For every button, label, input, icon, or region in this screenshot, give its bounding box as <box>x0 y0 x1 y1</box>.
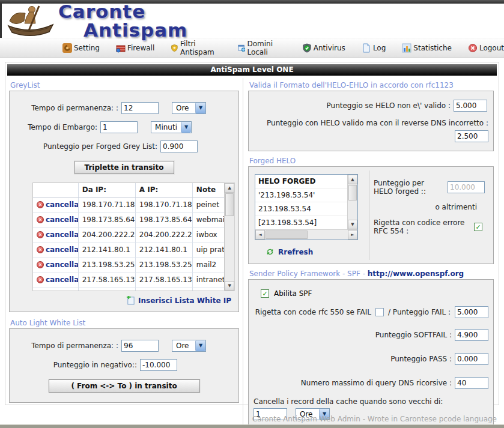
dns-query-input[interactable] <box>455 377 488 389</box>
helo-forged-listbox[interactable]: HELO FORGED '213.198.53.54' 213.198.53.5… <box>255 174 358 240</box>
forged-helo-fieldset: HELO FORGED '213.198.53.54' 213.198.53.5… <box>248 166 494 264</box>
auto-white-fieldset: Tempo di permanenza: : Ore Punteggio in … <box>9 328 239 403</box>
document-icon <box>362 43 371 53</box>
helo-forged-score-input[interactable] <box>448 181 485 193</box>
helo-invalid-input[interactable] <box>454 100 487 112</box>
forged-greylist-input[interactable] <box>160 140 198 152</box>
nav-label: Setting <box>74 44 100 52</box>
auto-white-title: Auto Light White List <box>9 317 239 328</box>
bottom-chrome-bar <box>0 424 504 428</box>
helo-format-title: Valida il Formato dell'HELO-EHLO in acco… <box>248 79 494 91</box>
embargo-unit-select[interactable]: Minuti <box>151 121 192 133</box>
cancella-link[interactable]: cancella <box>37 276 74 284</box>
permanenza-input[interactable] <box>121 102 159 114</box>
setting-icon <box>62 43 72 53</box>
app-title: Caronte Antispam <box>58 2 187 40</box>
note-cell: intranet <box>193 273 225 288</box>
scroll-up-icon[interactable]: ▲ <box>225 183 234 193</box>
a-ip-cell: 198.170.71.184 <box>136 198 193 212</box>
main-content: AntiSpam Level ONE GreyList Tempo di per… <box>5 62 499 405</box>
table-row: cancella 198.173.85.64 198.173.85.64 web… <box>33 213 224 228</box>
cancella-link[interactable]: cancella <box>37 216 74 224</box>
app-title-line1: Caronte <box>58 2 187 21</box>
nav-item-domini-locali[interactable]: Domini Locali <box>238 40 286 56</box>
nav-item-antivirus[interactable]: Antivirus <box>302 43 345 53</box>
helo-invalid-label: Punteggio se HELO non e\' valido : <box>327 101 451 110</box>
note-cell: uip prates <box>193 243 225 258</box>
table-header-row: Da IP: A IP: Note <box>33 183 224 198</box>
scrollbar-thumb[interactable] <box>348 185 357 200</box>
list-item[interactable]: '213.198.53.54' <box>255 188 347 202</box>
logout-icon <box>468 43 478 53</box>
negativo-input[interactable] <box>140 359 177 371</box>
listbox-vertical-scrollbar[interactable]: ▲ ▼ <box>347 175 357 229</box>
greylist-fieldset: Tempo di permanenza: : Ore Tempo di Emba… <box>9 91 239 312</box>
triplette-button[interactable]: Triplette in transito <box>74 161 174 174</box>
selected-option: Ore <box>172 340 195 351</box>
greylist-table: Da IP: A IP: Note cancella 198.170.71.18… <box>32 182 235 291</box>
delete-icon <box>37 246 44 253</box>
scroll-down-icon[interactable]: ▼ <box>225 281 234 291</box>
refresh-link[interactable]: Rrefresh <box>278 248 313 256</box>
cancella-link[interactable]: cancella <box>37 200 74 209</box>
dns-query-label: Numero massimo di query DNS ricorsive : <box>301 379 452 387</box>
caronte-antispam-page: Caronte Antispam Setting Firewall Filtri… <box>0 0 504 428</box>
da-ip-cell: 198.173.85.64 <box>79 213 136 228</box>
table-row: cancella 213.198.53.250 213.198.53.250 m… <box>33 258 224 273</box>
aw-permanenza-input[interactable] <box>121 340 159 352</box>
cancella-link[interactable]: cancella <box>37 261 74 269</box>
app-title-line2: Antispam <box>83 21 187 40</box>
insert-white-ip-link[interactable]: Inserisci Lista White IP <box>126 296 231 305</box>
list-item[interactable]: 213.198.53.54 <box>255 202 347 216</box>
scrollbar-thumb[interactable] <box>266 231 308 239</box>
or-label: o altrimenti <box>435 203 477 211</box>
nav-item-setting[interactable]: Setting <box>62 43 100 53</box>
nav-item-log[interactable]: Log <box>362 43 386 53</box>
embargo-label: Tempo di Embargo: <box>28 123 97 131</box>
delete-icon <box>37 231 44 238</box>
da-ip-cell: 217.58.165.134 <box>79 273 136 288</box>
selected-option: Minuti <box>151 122 181 133</box>
nav-item-logout[interactable]: Logout <box>468 43 504 53</box>
table-vertical-scrollbar[interactable]: ▲ ▼ <box>225 182 235 291</box>
delete-icon <box>37 276 44 283</box>
chevron-down-icon <box>195 103 205 113</box>
delete-icon <box>37 201 44 208</box>
softfail-input[interactable] <box>455 329 488 341</box>
rfc550-checkbox[interactable] <box>375 308 384 316</box>
abilita-spf-checkbox[interactable] <box>261 289 269 298</box>
helo-reverse-input[interactable] <box>455 130 488 142</box>
fail-input[interactable] <box>455 306 488 318</box>
negativo-label: Punteggio in negativo:: <box>53 361 137 369</box>
fromto-button[interactable]: ( From <-> To ) in transito <box>49 379 200 393</box>
embargo-input[interactable] <box>100 121 138 133</box>
forged-greylist-label: Punteggio per Forged Grey List: <box>43 142 157 151</box>
list-item[interactable]: [213.198.53.54] <box>255 216 347 229</box>
cancella-link[interactable]: cancella <box>37 231 74 239</box>
permanenza-unit-select[interactable]: Ore <box>172 102 206 114</box>
aw-unit-select[interactable]: Ore <box>172 340 206 352</box>
nav-item-filtri-antispam[interactable]: Filtri Antispam <box>171 40 221 56</box>
greylist-title: GreyList <box>9 79 239 91</box>
nav-label: Filtri Antispam <box>180 40 222 56</box>
nav-item-firewall[interactable]: Firewall <box>116 43 154 53</box>
a-ip-cell: 198.173.85.64 <box>136 213 193 228</box>
scroll-left-icon[interactable]: ◄ <box>255 230 265 240</box>
scroll-up-icon[interactable]: ▲ <box>348 175 357 184</box>
nav-label: Logout <box>479 44 504 52</box>
table-row: cancella 204.200.222.210 204.200.222.210… <box>33 228 224 243</box>
pass-input[interactable] <box>455 353 488 365</box>
rfc554-checkbox[interactable] <box>474 223 482 231</box>
right-column: Valida il Formato dell'HELO-EHLO in acco… <box>243 78 496 428</box>
scroll-right-icon[interactable]: ► <box>348 230 357 240</box>
reject-fail-label: Rigetta con code rfc 550 se FAIL <box>255 308 371 316</box>
refresh-icon <box>266 247 275 256</box>
cancella-link[interactable]: cancella <box>37 246 74 254</box>
listbox-horizontal-scrollbar[interactable]: ◄ ► <box>255 229 357 240</box>
cache-label: Cancella i record della cache quando son… <box>254 397 490 406</box>
openspf-link[interactable]: http://www.openspf.org <box>368 270 464 278</box>
scrollbar-thumb[interactable] <box>225 193 234 216</box>
scroll-down-icon[interactable]: ▼ <box>348 220 357 229</box>
nav-item-statistiche[interactable]: Statistiche <box>402 43 452 53</box>
listbox-header: HELO FORGED <box>255 175 347 188</box>
